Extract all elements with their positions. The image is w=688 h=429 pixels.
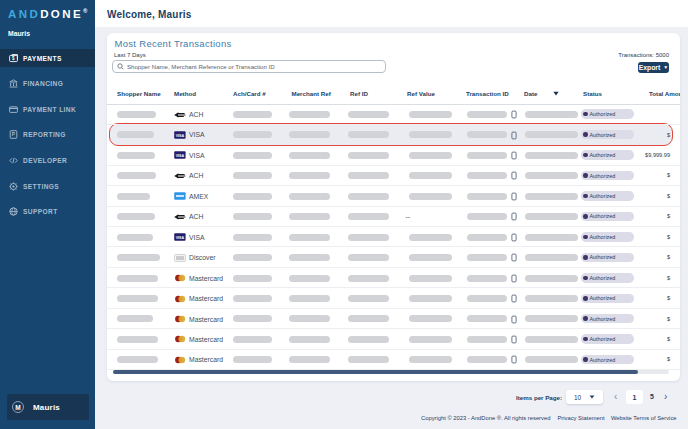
svg-text:P: P [12,133,15,138]
svg-text:VISA: VISA [176,236,185,240]
svg-text:VISA: VISA [176,134,185,138]
svg-text:$: $ [12,56,15,61]
svg-text:VISA: VISA [176,154,185,158]
